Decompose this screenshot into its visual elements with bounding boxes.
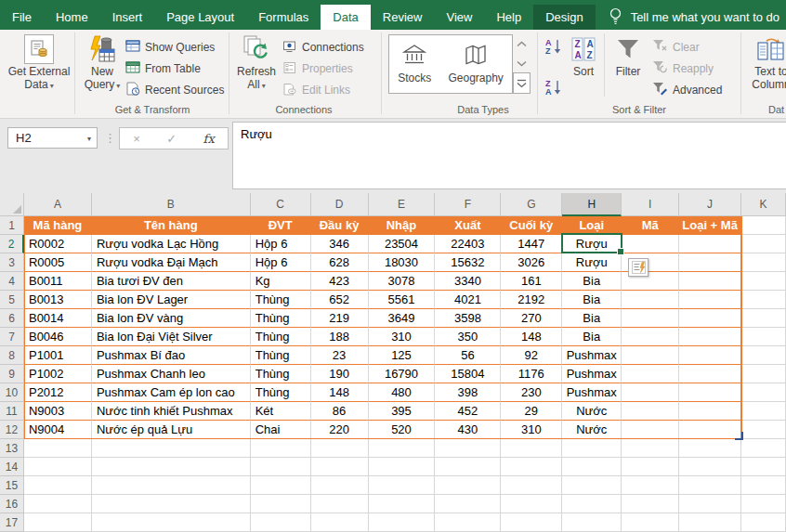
cell-H12[interactable]: Nước bbox=[562, 421, 622, 439]
cell-E17[interactable] bbox=[369, 513, 436, 532]
row-header-7[interactable]: 7 bbox=[0, 328, 24, 346]
cell-C8[interactable]: Thùng bbox=[251, 346, 311, 365]
tab-help[interactable]: Help bbox=[484, 5, 533, 30]
cell-E10[interactable]: 480 bbox=[369, 383, 436, 402]
cell-F16[interactable] bbox=[435, 495, 501, 513]
cell-J15[interactable] bbox=[679, 476, 741, 495]
cell-B14[interactable] bbox=[92, 458, 251, 476]
cell-J8[interactable] bbox=[679, 346, 741, 365]
cell-I12[interactable] bbox=[622, 421, 679, 439]
cell-J2[interactable] bbox=[679, 235, 741, 253]
get-external-data-button[interactable]: Get External Data▾ bbox=[6, 33, 72, 93]
cell-I2[interactable] bbox=[622, 235, 679, 253]
cell-F8[interactable]: 56 bbox=[435, 346, 501, 365]
cell-I8[interactable] bbox=[622, 346, 679, 365]
cell-B17[interactable] bbox=[92, 513, 251, 532]
cell-B5[interactable]: Bia lon ĐV Lager bbox=[92, 291, 251, 309]
cell-C10[interactable]: Thùng bbox=[251, 383, 311, 402]
cell-I14[interactable] bbox=[622, 458, 679, 476]
cell-B3[interactable]: Rượu vodka Đại Mạch bbox=[92, 253, 251, 272]
select-all-corner[interactable] bbox=[0, 193, 24, 216]
cell-H4[interactable]: Bia bbox=[562, 272, 622, 291]
cell-F15[interactable] bbox=[435, 476, 501, 495]
cell-F2[interactable]: 22403 bbox=[435, 235, 501, 253]
cell-E12[interactable]: 520 bbox=[369, 421, 436, 439]
cell-A3[interactable]: R0005 bbox=[24, 253, 92, 272]
cell-K5[interactable] bbox=[741, 291, 786, 309]
cell-A10[interactable]: P2012 bbox=[24, 383, 92, 402]
cell-H5[interactable]: Bia bbox=[562, 291, 622, 309]
show-queries-button[interactable]: Show Queries bbox=[125, 38, 215, 57]
cell-G4[interactable]: 161 bbox=[501, 272, 562, 291]
row-header-4[interactable]: 4 bbox=[0, 272, 24, 291]
cell-J9[interactable] bbox=[679, 365, 741, 383]
properties-button[interactable]: Properties bbox=[282, 59, 353, 78]
cell-H3[interactable]: Rượu bbox=[562, 253, 622, 272]
row-header-10[interactable]: 10 bbox=[0, 383, 24, 402]
col-header-F[interactable]: F bbox=[435, 193, 501, 216]
tab-home[interactable]: Home bbox=[44, 5, 100, 30]
from-table-button[interactable]: From Table bbox=[125, 59, 201, 78]
cell-G13[interactable] bbox=[501, 439, 562, 458]
cell-H17[interactable] bbox=[562, 513, 622, 532]
sort-button[interactable]: Z A A Z Sort bbox=[565, 33, 602, 78]
cell-H10[interactable]: Pushmax bbox=[562, 383, 622, 402]
cell-K14[interactable] bbox=[741, 458, 786, 476]
cell-A6[interactable]: B0014 bbox=[24, 309, 92, 328]
cell-H2[interactable]: Rượu bbox=[562, 235, 622, 253]
name-box[interactable]: H2 ▾ bbox=[7, 127, 98, 149]
cell-K7[interactable] bbox=[741, 328, 786, 346]
cell-H8[interactable]: Pushmax bbox=[562, 346, 622, 365]
cell-G16[interactable] bbox=[501, 495, 562, 513]
enter-icon[interactable]: ✓ bbox=[166, 132, 177, 146]
edit-links-button[interactable]: Edit Links bbox=[282, 81, 350, 99]
cell-F14[interactable] bbox=[435, 458, 501, 476]
cell-D2[interactable]: 346 bbox=[311, 235, 369, 253]
cell-A14[interactable] bbox=[24, 458, 92, 476]
col-header-B[interactable]: B bbox=[92, 193, 251, 216]
cell-D9[interactable]: 190 bbox=[311, 365, 369, 383]
cell-G11[interactable]: 29 bbox=[501, 402, 562, 421]
cell-G3[interactable]: 3026 bbox=[501, 253, 562, 272]
cell-I5[interactable] bbox=[622, 291, 679, 309]
cell-G1[interactable]: Cuối kỳ bbox=[501, 216, 562, 235]
cell-E6[interactable]: 3649 bbox=[369, 309, 436, 328]
tab-view[interactable]: View bbox=[434, 5, 484, 30]
cell-F3[interactable]: 15632 bbox=[435, 253, 501, 272]
cell-E14[interactable] bbox=[369, 458, 436, 476]
cell-I13[interactable] bbox=[622, 439, 679, 458]
sort-descending-button[interactable]: Z A bbox=[544, 78, 564, 97]
cell-G5[interactable]: 2192 bbox=[501, 291, 562, 309]
col-header-C[interactable]: C bbox=[251, 193, 311, 216]
cell-A16[interactable] bbox=[24, 495, 92, 513]
cell-K9[interactable] bbox=[741, 365, 786, 383]
cell-K8[interactable] bbox=[741, 346, 786, 365]
cell-B16[interactable] bbox=[92, 495, 251, 513]
cell-A15[interactable] bbox=[24, 476, 92, 495]
cell-F4[interactable]: 3340 bbox=[435, 272, 501, 291]
tab-insert[interactable]: Insert bbox=[100, 5, 155, 30]
tab-data[interactable]: Data bbox=[321, 5, 370, 30]
cell-C12[interactable]: Chai bbox=[251, 421, 311, 439]
sort-ascending-button[interactable]: A Z bbox=[544, 37, 564, 56]
cell-J12[interactable] bbox=[679, 421, 741, 439]
cell-C14[interactable] bbox=[251, 458, 311, 476]
cell-B11[interactable]: Nước tinh khiết Pushmax bbox=[92, 402, 251, 421]
cell-H13[interactable] bbox=[562, 439, 622, 458]
cell-K3[interactable] bbox=[741, 253, 786, 272]
cell-B6[interactable]: Bia lon ĐV vàng bbox=[92, 309, 251, 328]
cell-J4[interactable] bbox=[679, 272, 741, 291]
row-header-16[interactable]: 16 bbox=[0, 495, 24, 513]
cell-J1[interactable]: Loại + Mã bbox=[679, 216, 741, 235]
row-header-3[interactable]: 3 bbox=[0, 253, 24, 272]
cell-C11[interactable]: Két bbox=[251, 402, 311, 421]
cell-H1[interactable]: Loại bbox=[562, 216, 622, 235]
row-header-5[interactable]: 5 bbox=[0, 291, 24, 309]
cell-G6[interactable]: 270 bbox=[501, 309, 562, 328]
cell-E11[interactable]: 395 bbox=[369, 402, 436, 421]
row-header-11[interactable]: 11 bbox=[0, 402, 24, 421]
insert-function-icon[interactable]: fx bbox=[203, 132, 215, 146]
cell-C3[interactable]: Hộp 6 bbox=[251, 253, 311, 272]
cell-C6[interactable]: Thùng bbox=[251, 309, 311, 328]
row-header-8[interactable]: 8 bbox=[0, 346, 24, 365]
